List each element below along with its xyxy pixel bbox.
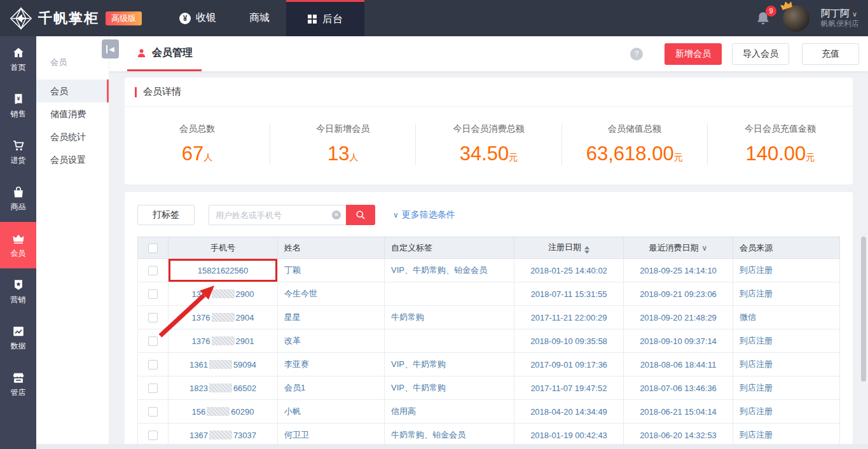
phone-cell: 13762904 (169, 306, 278, 329)
member-table-body: 15821622560丁颖VIP、牛奶常购、铂金会员2018-01-25 14:… (138, 259, 840, 447)
checkbox-cell (138, 282, 169, 306)
table-header-row: 手机号 姓名 自定义标签 注册日期 最近消费日期∨ 会员来源 (138, 237, 840, 259)
topnav-cashier[interactable]: ¥ 收银 (163, 0, 233, 36)
last-consumed-cell: 2018-09-21 09:23:06 (624, 282, 733, 306)
name-cell: 改革 (278, 329, 385, 353)
tag-button[interactable]: 打标签 (137, 205, 195, 225)
chevron-down-icon: ∨ (852, 10, 857, 18)
submenu: 会员 会员 储值消费 会员统计 会员设置 (36, 36, 109, 444)
sidebar-item-label: 会员 (11, 248, 26, 259)
help-icon[interactable]: ? (630, 48, 643, 60)
masked-digits (209, 360, 232, 369)
stat-consumption-today: 今日会员消费总额 34.50元 (416, 123, 561, 165)
masked-digits (209, 431, 232, 439)
table-row: 182366502会员1VIP、牛奶常购2017-11-07 19:47:522… (138, 376, 840, 400)
submenu-item-stored-value[interactable]: 储值消费 (36, 102, 109, 125)
submenu-item-members[interactable]: 会员 (36, 79, 109, 102)
sidebar-item-marketing[interactable]: 营销 (0, 268, 36, 315)
sidebar-item-label: 进货 (11, 155, 26, 166)
phone-cell: 15821622560 (169, 259, 278, 282)
table-row: 13762900今生今世2018-07-11 15:31:552018-09-2… (138, 282, 840, 306)
checkbox-cell (138, 329, 169, 353)
sidebar-item-label: 销售 (11, 109, 26, 120)
row-checkbox[interactable] (148, 289, 158, 299)
row-checkbox[interactable] (148, 431, 158, 440)
last-consumed-cell: 2018-06-20 14:32:53 (624, 424, 733, 447)
column-header-last-consumed[interactable]: 最近消费日期∨ (624, 237, 733, 259)
source-cell: 到店注册 (733, 329, 840, 353)
column-header-tags: 自定义标签 (385, 237, 514, 259)
horizontal-scrollbar-track[interactable] (36, 444, 868, 449)
vertical-scrollbar[interactable] (861, 237, 866, 382)
chevron-down-icon: ∨ (702, 244, 708, 252)
registered-cell: 2018-09-10 09:35:58 (514, 329, 624, 353)
topnav-label: 收银 (196, 11, 216, 25)
row-checkbox[interactable] (148, 383, 158, 393)
last-consumed-cell: 2018-07-06 13:46:36 (624, 376, 733, 400)
sidebar-item-store[interactable]: 管店 (0, 361, 36, 408)
tab-member-management[interactable]: 会员管理 (127, 36, 202, 71)
name-cell: 李亚赛 (278, 353, 385, 376)
masked-digits (212, 313, 235, 322)
column-header-name: 姓名 (278, 237, 385, 259)
sidebar-item-data[interactable]: 数据 (0, 315, 36, 361)
sidebar-item-goods[interactable]: 商品 (0, 176, 36, 222)
recharge-button[interactable]: 充值 (802, 43, 859, 65)
sort-icon[interactable] (584, 246, 589, 254)
collapse-sidebar-button[interactable]: ◀ (102, 39, 119, 59)
search-button[interactable] (346, 205, 375, 225)
avatar[interactable] (783, 5, 809, 32)
phone-cell: 13762900 (169, 282, 278, 306)
sidebar-item-sales[interactable]: ¥ 销售 (0, 83, 36, 129)
sidebar: 首页 ¥ 销售 进货 商品 会员 营销 数据 管店 (0, 36, 36, 449)
more-filters-link[interactable]: ∨ 更多筛选条件 (393, 209, 455, 221)
row-checkbox[interactable] (148, 313, 158, 322)
sidebar-item-home[interactable]: 首页 (0, 36, 36, 83)
select-all-checkbox[interactable] (148, 244, 158, 253)
checkbox-cell (138, 259, 169, 282)
topnav-mall[interactable]: 商城 (233, 0, 286, 36)
sidebar-item-members[interactable]: 会员 (0, 222, 36, 268)
table-row: 13762901改革2018-09-10 09:35:582018-09-10 … (138, 329, 840, 353)
tags-cell (385, 329, 514, 353)
notification-bell[interactable]: 9 (755, 10, 771, 27)
source-cell: 到店注册 (733, 376, 840, 400)
masked-digits (212, 289, 235, 298)
phone-cell: 182366502 (169, 376, 278, 400)
stat-new-members-today: 今日新增会员 13人 (270, 123, 416, 165)
column-header-registered[interactable]: 注册日期 (514, 237, 624, 259)
table-row: 15821622560丁颖VIP、牛奶常购、铂金会员2018-01-25 14:… (138, 259, 840, 282)
row-checkbox[interactable] (148, 336, 158, 346)
sidebar-item-purchase[interactable]: 进货 (0, 129, 36, 176)
submenu-item-member-settings[interactable]: 会员设置 (36, 148, 109, 171)
row-checkbox[interactable] (148, 360, 158, 370)
name-cell: 星星 (278, 306, 385, 329)
topnav-label: 后台 (322, 13, 343, 26)
stats-title: 会员详情 (143, 86, 181, 98)
column-header-phone: 手机号 (169, 237, 278, 259)
search-input[interactable] (209, 205, 346, 225)
clear-icon[interactable]: ✕ (332, 211, 341, 219)
main: 会员管理 ? 新增会员 导入会员 充值 会员详情 会员总数 67人 (109, 36, 868, 449)
table-row: 136773037何卫卫牛奶常购、铂金会员2018-01-19 00:42:43… (138, 424, 840, 447)
tags-cell: VIP、牛奶常购、铂金会员 (385, 259, 514, 282)
topnav-backend[interactable]: 后台 (286, 0, 364, 36)
submenu-item-member-stats[interactable]: 会员统计 (36, 125, 109, 148)
user-store: 帆帆便利店 (821, 19, 859, 29)
row-checkbox[interactable] (148, 407, 158, 417)
user-menu[interactable]: 阿丁阿∨ 帆帆便利店 (821, 8, 859, 29)
add-member-button[interactable]: 新增会员 (665, 43, 722, 65)
import-members-button[interactable]: 导入会员 (732, 43, 789, 65)
phone-cell: 136773037 (169, 424, 278, 447)
notification-badge: 9 (766, 6, 776, 17)
name-cell: 丁颖 (278, 259, 385, 282)
row-checkbox[interactable] (148, 266, 158, 275)
source-cell: 到店注册 (733, 400, 840, 424)
name-cell: 会员1 (278, 376, 385, 400)
sidebar-item-label: 数据 (11, 341, 26, 352)
brand-badge: 高级版 (106, 11, 142, 25)
source-cell: 到店注册 (733, 259, 840, 282)
name-cell: 小帆 (278, 400, 385, 424)
tags-cell: VIP、牛奶常购 (385, 353, 514, 376)
main-header: 会员管理 ? 新增会员 导入会员 充值 (109, 36, 868, 71)
